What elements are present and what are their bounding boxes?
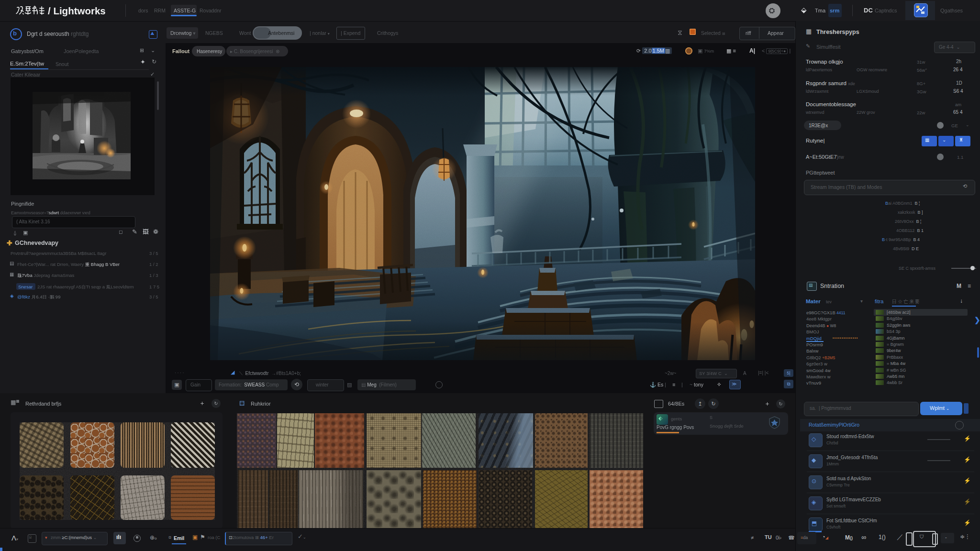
svg-text:/ Lightworks: / Lightworks — [48, 5, 106, 16]
